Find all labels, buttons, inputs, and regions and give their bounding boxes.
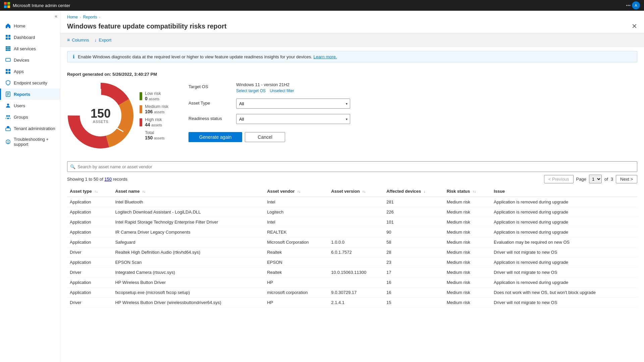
cell-asset-version: 9.0.30729.17 bbox=[328, 288, 384, 298]
asset-type-select[interactable]: All Application Driver bbox=[236, 99, 350, 109]
cell-risk-status: Medium risk bbox=[444, 197, 491, 207]
info-banner-link[interactable]: Learn more. bbox=[313, 54, 337, 59]
next-button[interactable]: Next > bbox=[616, 175, 637, 183]
cell-asset-type: Application bbox=[67, 197, 112, 207]
cell-asset-name[interactable]: HP Wireless Button Driver bbox=[112, 278, 264, 288]
cell-asset-name[interactable]: fxcopsetup.exe (microsoft fxcop setup) bbox=[112, 288, 264, 298]
breadcrumb-home[interactable]: Home bbox=[67, 15, 78, 19]
svg-rect-1 bbox=[7, 2, 10, 5]
svg-point-27 bbox=[6, 115, 8, 117]
svg-rect-14 bbox=[6, 50, 7, 51]
legend-count-medium: 106 bbox=[145, 109, 153, 114]
page-title: Windows feature update compatibility ris… bbox=[67, 22, 226, 30]
cell-asset-type: Driver bbox=[67, 267, 112, 278]
tenant-icon bbox=[5, 125, 11, 131]
cell-risk-status: Medium risk bbox=[444, 217, 491, 227]
sidebar-item-home[interactable]: Home bbox=[0, 20, 60, 32]
cell-asset-name[interactable]: Logitech Download Assistant - LogiLDA.DL… bbox=[112, 207, 264, 217]
svg-rect-3 bbox=[7, 5, 10, 8]
col-risk-status[interactable]: Risk status ↑↓ bbox=[444, 186, 491, 197]
col-asset-vendor[interactable]: Asset vendor ↑↓ bbox=[264, 186, 328, 197]
cell-risk-status: Medium risk bbox=[444, 288, 491, 298]
cell-asset-name[interactable]: IR Camera Driver Legacy Components bbox=[112, 227, 264, 237]
sidebar-item-all-services[interactable]: All services bbox=[0, 43, 60, 54]
cell-affected-devices: 90 bbox=[384, 227, 444, 237]
more-options-icon[interactable]: ••• bbox=[626, 3, 631, 8]
sidebar-collapse-button[interactable]: « bbox=[55, 13, 57, 19]
cell-asset-name[interactable]: Safeguard bbox=[112, 237, 264, 247]
cell-asset-name[interactable]: Integrated Camera (rtsuvc.sys) bbox=[112, 267, 264, 278]
sidebar-item-devices[interactable]: Devices bbox=[0, 54, 60, 66]
col-asset-name[interactable]: Asset name ↑↓ bbox=[112, 186, 264, 197]
sidebar-label-apps: Apps bbox=[14, 69, 24, 74]
sidebar-item-reports[interactable]: Reports bbox=[0, 88, 60, 100]
sidebar-item-troubleshooting[interactable]: Troubleshooting + support bbox=[0, 134, 60, 149]
columns-label: Columns bbox=[72, 38, 89, 43]
readiness-status-select[interactable]: All Ready Not ready bbox=[236, 114, 350, 124]
search-input[interactable] bbox=[77, 164, 634, 169]
cell-asset-vendor: Intel bbox=[264, 217, 328, 227]
col-asset-type[interactable]: Asset type ↑↓ bbox=[67, 186, 112, 197]
sidebar-item-groups[interactable]: Groups bbox=[0, 111, 60, 123]
asset-type-select-wrapper: All Application Driver ▾ bbox=[236, 99, 350, 109]
shield-icon bbox=[5, 80, 11, 86]
columns-button[interactable]: ≡ Columns bbox=[67, 36, 89, 44]
sort-icon-affected-devices: ↓ bbox=[424, 190, 425, 193]
info-icon: ℹ bbox=[73, 54, 74, 59]
table-row: Application Intel Rapid Storage Technolg… bbox=[67, 217, 637, 227]
total-records-link[interactable]: 150 bbox=[104, 177, 112, 182]
cell-asset-name[interactable]: HP Wireless Button Driver (wirelessbutto… bbox=[112, 298, 264, 308]
info-banner-text: Enable Windows diagnostic data at the re… bbox=[78, 54, 312, 59]
col-affected-devices[interactable]: Affected devices ↓ bbox=[384, 186, 444, 197]
generate-again-button[interactable]: Generate again bbox=[189, 132, 242, 142]
dashboard-icon bbox=[5, 34, 11, 40]
sidebar-item-tenant-admin[interactable]: Tenant administration bbox=[0, 123, 60, 134]
previous-button[interactable]: < Previous bbox=[544, 175, 574, 183]
table-row: Application Logitech Download Assistant … bbox=[67, 207, 637, 217]
legend-item-high: High risk 44 assets bbox=[140, 117, 168, 127]
cell-issue: Application is removed during upgrade bbox=[491, 257, 637, 267]
cell-issue: Application is removed during upgrade bbox=[491, 278, 637, 288]
action-buttons: Generate again Cancel bbox=[189, 132, 637, 142]
avatar[interactable]: A bbox=[632, 1, 640, 9]
table-row: Driver Integrated Camera (rtsuvc.sys) Re… bbox=[67, 267, 637, 278]
export-button[interactable]: ↓ Export bbox=[94, 36, 111, 44]
unselect-filter-link[interactable]: Unselect filter bbox=[270, 88, 294, 93]
svg-rect-5 bbox=[8, 35, 10, 37]
cell-asset-type: Application bbox=[67, 288, 112, 298]
cell-asset-version: 6.0.1.7572 bbox=[328, 247, 384, 257]
close-button[interactable]: ✕ bbox=[632, 22, 637, 30]
legend-label-total: Total bbox=[145, 130, 165, 135]
cancel-button[interactable]: Cancel bbox=[245, 132, 285, 142]
sidebar-label-dashboard: Dashboard bbox=[14, 35, 35, 40]
target-os-label: Target OS bbox=[189, 82, 232, 89]
cell-risk-status: Medium risk bbox=[444, 237, 491, 247]
cell-asset-name[interactable]: Intel Bluetooth bbox=[112, 197, 264, 207]
sidebar-item-users[interactable]: Users bbox=[0, 100, 60, 111]
sidebar-label-reports: Reports bbox=[14, 92, 30, 97]
report-generated-label: Report generated on: 5/26/2022, 3:40:27 … bbox=[67, 72, 637, 77]
cell-affected-devices: 58 bbox=[384, 237, 444, 247]
cell-asset-name[interactable]: EPSON Scan bbox=[112, 257, 264, 267]
cell-issue: Application is removed during upgrade bbox=[491, 227, 637, 237]
cell-risk-status: Medium risk bbox=[444, 247, 491, 257]
cell-issue: Evaluation may be required on new OS bbox=[491, 237, 637, 247]
sidebar-item-apps[interactable]: Apps bbox=[0, 66, 60, 77]
export-label: Export bbox=[99, 38, 111, 43]
col-asset-version[interactable]: Asset version ↑↓ bbox=[328, 186, 384, 197]
breadcrumb-reports[interactable]: Reports bbox=[83, 15, 97, 19]
cell-asset-vendor: microsoft corporation bbox=[264, 288, 328, 298]
svg-rect-8 bbox=[6, 46, 7, 48]
select-target-os-link[interactable]: Select target OS bbox=[236, 88, 266, 93]
cell-asset-version bbox=[328, 217, 384, 227]
table-row: Application fxcopsetup.exe (microsoft fx… bbox=[67, 288, 637, 298]
page-select[interactable]: 1 2 3 bbox=[589, 175, 602, 183]
cell-asset-name[interactable]: Intel Rapid Storage Technolgy Enterprise… bbox=[112, 217, 264, 227]
breadcrumb-sep-2: › bbox=[99, 15, 100, 19]
sidebar-item-endpoint-security[interactable]: Endpoint security bbox=[0, 77, 60, 88]
cell-asset-name[interactable]: Realtek High Definition Audio (rtkvhd64.… bbox=[112, 247, 264, 257]
cell-issue: Driver will not migrate to new OS bbox=[491, 267, 637, 278]
legend-dot-medium bbox=[140, 105, 142, 113]
sidebar-item-dashboard[interactable]: Dashboard bbox=[0, 32, 60, 43]
cell-issue: Driver will not migrate to new OS bbox=[491, 247, 637, 257]
